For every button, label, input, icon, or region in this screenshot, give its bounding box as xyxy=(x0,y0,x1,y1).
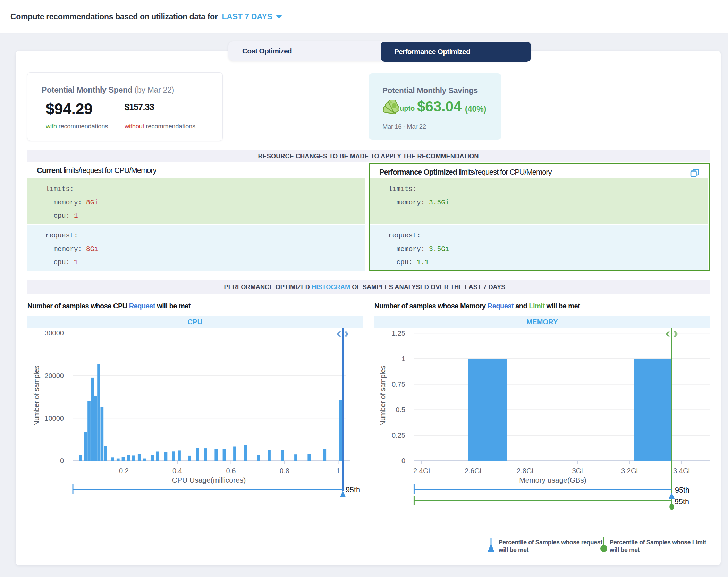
svg-text:0.8: 0.8 xyxy=(280,467,289,475)
svg-text:20000: 20000 xyxy=(44,372,64,379)
svg-text:Memory usage(GBs): Memory usage(GBs) xyxy=(519,476,586,484)
svg-text:Percentile of Samples whose re: Percentile of Samples whose request xyxy=(499,539,602,546)
svg-text:10000: 10000 xyxy=(44,415,64,422)
svg-text:3Gi: 3Gi xyxy=(572,467,583,475)
svg-text:0.25: 0.25 xyxy=(392,432,405,439)
svg-text:2.4Gi: 2.4Gi xyxy=(413,467,430,475)
svg-text:0: 0 xyxy=(60,457,64,465)
svg-text:2.8Gi: 2.8Gi xyxy=(517,467,533,475)
svg-text:Number of samples: Number of samples xyxy=(33,366,40,426)
svg-text:will be met: will be met xyxy=(498,546,529,553)
svg-text:2.6Gi: 2.6Gi xyxy=(465,467,481,475)
svg-text:0.5: 0.5 xyxy=(396,406,405,413)
svg-text:0.2: 0.2 xyxy=(119,467,129,475)
svg-text:CPU Usage(millicores): CPU Usage(millicores) xyxy=(172,476,246,484)
svg-text:95th: 95th xyxy=(346,486,360,494)
svg-text:3.2Gi: 3.2Gi xyxy=(621,467,638,475)
svg-text:Number of samples: Number of samples xyxy=(379,366,387,426)
svg-text:Percentile of Samples whose Li: Percentile of Samples whose Limit xyxy=(610,539,706,546)
svg-text:0.75: 0.75 xyxy=(392,381,405,388)
svg-text:95th: 95th xyxy=(675,486,689,494)
svg-text:1: 1 xyxy=(401,355,405,362)
svg-text:0: 0 xyxy=(401,457,405,465)
svg-text:0.4: 0.4 xyxy=(172,467,182,475)
svg-text:3.4Gi: 3.4Gi xyxy=(673,467,690,475)
svg-text:1.25: 1.25 xyxy=(392,329,405,337)
svg-text:30000: 30000 xyxy=(44,329,64,337)
svg-text:95th: 95th xyxy=(675,497,689,506)
svg-text:1: 1 xyxy=(336,467,340,475)
svg-text:will be met: will be met xyxy=(609,546,640,553)
svg-text:0.6: 0.6 xyxy=(226,467,236,475)
